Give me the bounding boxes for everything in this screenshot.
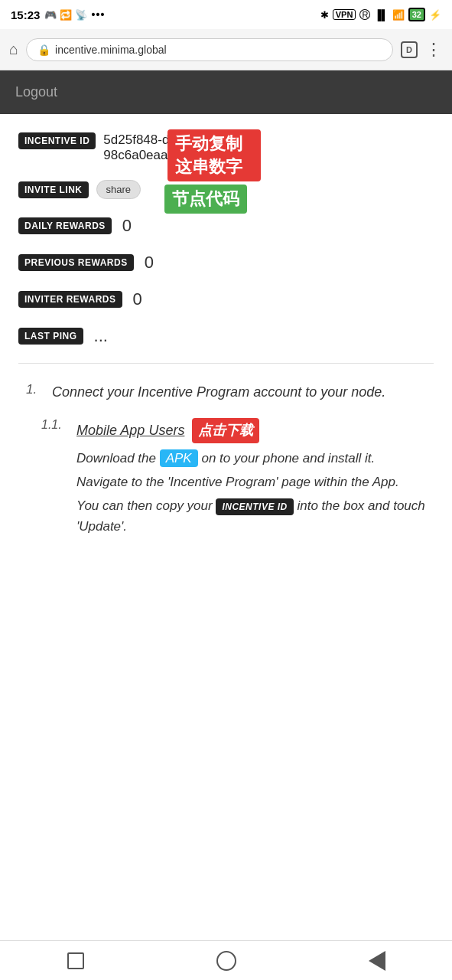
step-1-1-content: Mobile App Users 点击下载 Download the APK o… — [76, 418, 434, 537]
tab-switcher[interactable]: D — [401, 41, 418, 58]
navigate-text: Navigate to the 'Incentive Program' page… — [76, 472, 434, 492]
browser-bar: ⌂ 🔒 incentive.minima.global D ⋮ — [0, 29, 452, 70]
stop-button[interactable] — [62, 947, 89, 975]
dots-icon: ••• — [92, 8, 106, 21]
instructions-section: 1. Connect your Incentive Program accoun… — [18, 382, 434, 537]
url-text: incentive.minima.global — [55, 44, 382, 56]
annotation-copy-text: 手动复制这串数字 — [167, 129, 261, 181]
previous-rewards-section: PREVIOUS REWARDS 0 — [18, 253, 434, 273]
status-right-icons: ✱ VPN R ▐▌ 📶 32 ⚡ — [320, 8, 441, 21]
last-ping-section: LAST PING ... — [18, 326, 434, 346]
page-header: Logout — [0, 70, 452, 114]
download-line-1: Download the — [76, 451, 160, 466]
home-icon[interactable]: ⌂ — [9, 41, 18, 58]
divider — [18, 363, 434, 364]
step-1-1-num: 1.1. — [41, 418, 69, 432]
inviter-rewards-value: 0 — [133, 289, 142, 309]
logout-label[interactable]: Logout — [15, 84, 57, 100]
charging-icon: ⚡ — [429, 9, 441, 21]
step-1-num: 1. — [26, 382, 44, 397]
download-annotation: 点击下载 — [192, 418, 259, 443]
step-1-text: Connect your Incentive Program account t… — [52, 382, 385, 403]
annotation-node-code: 节点代码 — [164, 185, 247, 214]
status-time: 15:23 🎮 🔁 📡 ••• — [11, 8, 105, 21]
circle-icon — [216, 951, 236, 971]
daily-rewards-section: DAILY REWARDS 0 — [18, 216, 434, 236]
vpn-badge: VPN — [333, 9, 356, 20]
inline-incentive-id-badge: INCENTIVE ID — [216, 498, 293, 515]
step-1-1: 1.1. Mobile App Users 点击下载 Download the … — [41, 418, 434, 537]
last-ping-badge: LAST PING — [18, 328, 83, 345]
address-bar[interactable]: 🔒 incentive.minima.global — [26, 38, 393, 61]
last-ping-value: ... — [94, 326, 108, 346]
square-icon — [67, 952, 84, 969]
incentive-id-badge: INCENTIVE ID — [18, 132, 96, 149]
daily-rewards-value: 0 — [122, 216, 132, 236]
battery-icon: 32 — [408, 8, 425, 21]
apk-link[interactable]: APK — [160, 449, 198, 467]
copy-text: You can then copy your INCENTIVE ID into… — [76, 495, 434, 537]
incentive-id-section: INCENTIVE ID 5d25f848-dedc-4401-8889-98c… — [18, 132, 434, 163]
status-icons: 🎮 🔁 📡 — [44, 9, 86, 21]
triangle-icon — [369, 951, 385, 971]
invite-link-badge: INVITE LINK — [18, 181, 89, 198]
wifi-icon: 📶 — [392, 9, 405, 21]
bluetooth-icon: ✱ — [320, 9, 329, 21]
time-display: 15:23 — [11, 8, 40, 21]
back-button[interactable] — [363, 947, 391, 975]
daily-rewards-badge: DAILY REWARDS — [18, 217, 112, 234]
mobile-app-title: Mobile App Users — [76, 420, 184, 442]
lock-icon: 🔒 — [37, 44, 50, 56]
download-line-1-end: on to your phone and install it. — [198, 451, 376, 466]
r-icon: R — [359, 9, 370, 20]
share-button[interactable]: share — [96, 180, 141, 199]
signal-icon: ▐▌ — [374, 9, 388, 21]
previous-rewards-badge: PREVIOUS REWARDS — [18, 254, 134, 271]
main-content: INCENTIVE ID 5d25f848-dedc-4401-8889-98c… — [0, 114, 452, 565]
inviter-rewards-section: INVITER REWARDS 0 — [18, 289, 434, 309]
step-1: 1. Connect your Incentive Program accoun… — [26, 382, 434, 403]
bottom-nav — [0, 940, 452, 980]
menu-button[interactable]: ⋮ — [425, 40, 443, 60]
inviter-rewards-badge: INVITER REWARDS — [18, 291, 122, 308]
previous-rewards-value: 0 — [145, 253, 154, 273]
status-bar: 15:23 🎮 🔁 📡 ••• ✱ VPN R ▐▌ 📶 32 ⚡ — [0, 0, 452, 29]
home-nav-button[interactable] — [213, 947, 240, 975]
